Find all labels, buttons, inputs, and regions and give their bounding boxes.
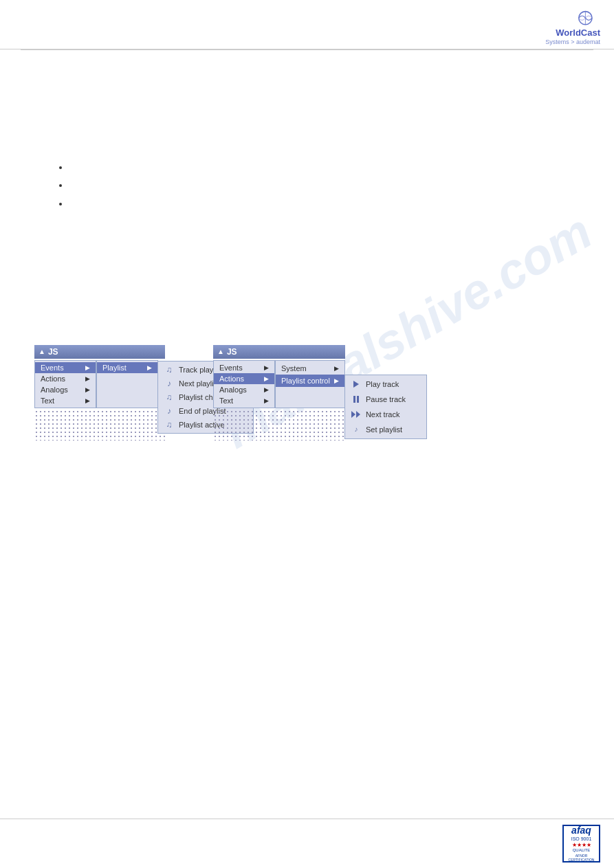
left-menu-item-text[interactable]: Text ▶ (35, 395, 96, 406)
body-para-3 (41, 115, 573, 129)
left-dotted-bg (34, 410, 165, 441)
afaq-quality: QUALITE (573, 848, 591, 854)
note-icon-2: ♪ (164, 379, 175, 388)
left-menu-titlebar-icon: ▲ (39, 348, 45, 355)
bullet-item-3 (69, 197, 573, 210)
logo-area: WorldCast Systems > audemat (545, 7, 600, 45)
right-sub-playlist-control[interactable]: Playlist control ▶ Play track (276, 375, 344, 387)
page-footer: afaq ISO 9001 ★★★★ QUALITE AFNOR CERTIFI… (0, 819, 614, 868)
afaq-logo: afaq (571, 825, 591, 836)
left-menu-title: JS (48, 347, 58, 357)
left-menu-item-actions[interactable]: Actions ▶ (35, 373, 96, 384)
next-icon (351, 410, 362, 419)
body-para-1 (41, 71, 573, 85)
right-menu-titlebar: ▲ JS (213, 345, 345, 359)
note-icon-4: ♪ (164, 406, 175, 416)
page-header: WorldCast Systems > audemat (0, 0, 614, 49)
right-menu-widget: ▲ JS Events ▶ Actions ▶ Analogs ▶ (213, 345, 345, 441)
right-submenu-level2: Play track Pause track (344, 375, 427, 439)
body-para-5 (41, 221, 573, 235)
bullet-list (69, 160, 573, 210)
right-menu-item-events[interactable]: Events ▶ (214, 362, 274, 373)
screenshots-row: ▲ JS Events ▶ Actions ▶ Analogs ▶ (0, 331, 614, 454)
afaq-certified: AFNOR CERTIFICATION (564, 854, 599, 863)
action-pause-track[interactable]: Pause track (345, 392, 426, 407)
left-menu-widget: ▲ JS Events ▶ Actions ▶ Analogs ▶ (34, 345, 165, 441)
afaq-badge: afaq ISO 9001 ★★★★ QUALITE AFNOR CERTIFI… (562, 825, 600, 863)
right-menu-body: Events ▶ Actions ▶ Analogs ▶ Text ▶ (213, 360, 345, 408)
body-para-7 (41, 266, 573, 280)
left-menu-item-analogs[interactable]: Analogs ▶ (35, 384, 96, 395)
bullet-item-2 (69, 178, 573, 192)
left-submenu-level1: Playlist ▶ ♫ Track playing ♪ Next playli… (96, 360, 158, 408)
body-text-area (0, 50, 614, 324)
action-play-track[interactable]: Play track (345, 377, 426, 392)
right-menu-title: JS (227, 347, 237, 357)
body-para-6 (41, 244, 573, 258)
right-menu-items: Events ▶ Actions ▶ Analogs ▶ Text ▶ (213, 360, 275, 408)
body-para-8 (41, 288, 573, 302)
note-icon-3: ♫ (164, 392, 175, 402)
body-para-2 (41, 93, 573, 107)
play-icon (351, 379, 362, 389)
left-menu-body: Events ▶ Actions ▶ Analogs ▶ Text ▶ (34, 360, 165, 408)
left-menu-item-events[interactable]: Events ▶ (35, 362, 96, 373)
afaq-stars: ★★★★ (572, 842, 591, 848)
right-submenu-level1: System ▶ Playlist control ▶ Play track (275, 360, 345, 408)
set-playlist-icon: ♪ (351, 425, 362, 434)
action-next-track[interactable]: Next track (345, 407, 426, 422)
body-para-4 (41, 138, 573, 152)
right-menu-titlebar-icon: ▲ (217, 348, 224, 355)
note-icon-5: ♫ (164, 420, 175, 430)
note-icon-1: ♫ (164, 365, 175, 375)
bottom-spacer (0, 454, 614, 592)
bullet-item-1 (69, 160, 573, 174)
action-set-playlist[interactable]: ♪ Set playlist (345, 422, 426, 437)
right-dotted-bg (213, 410, 345, 441)
pause-icon (351, 394, 362, 404)
afaq-iso: ISO 9001 (571, 836, 592, 842)
right-menu-item-text[interactable]: Text ▶ (214, 395, 274, 406)
right-sub-system[interactable]: System ▶ (276, 362, 344, 375)
left-menu-titlebar: ▲ JS (34, 345, 165, 359)
logo-text: WorldCast Systems > audemat (545, 27, 600, 45)
left-menu-items: Events ▶ Actions ▶ Analogs ▶ Text ▶ (34, 360, 96, 408)
right-menu-item-analogs[interactable]: Analogs ▶ (214, 384, 274, 395)
left-submenu-playlist[interactable]: Playlist ▶ (97, 362, 157, 373)
worldcast-logo-icon (573, 7, 600, 27)
right-menu-item-actions[interactable]: Actions ▶ (214, 373, 274, 384)
